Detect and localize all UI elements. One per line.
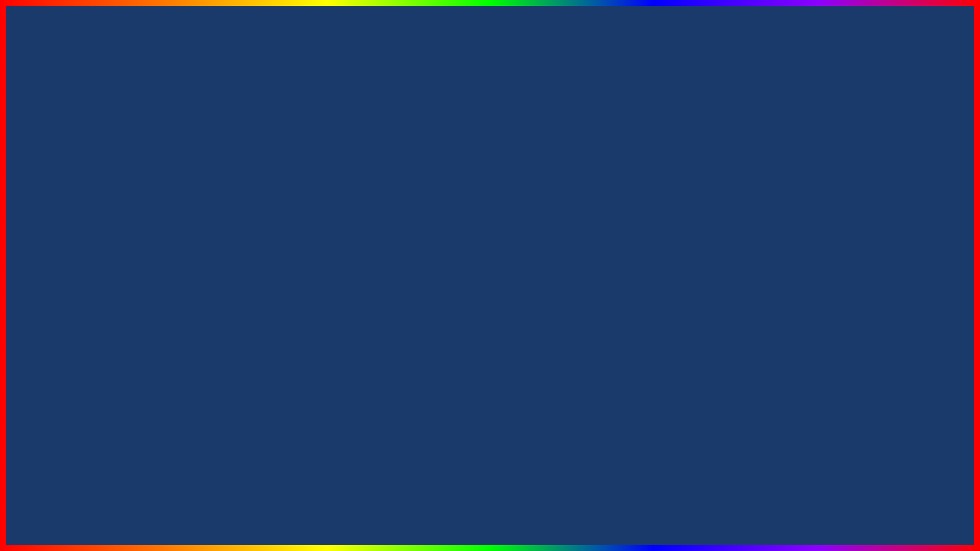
sidebar-right-teleport[interactable]: Teleport	[583, 304, 675, 325]
sidebar-item-auto-farm-setting[interactable]: Auto Farm Setting	[55, 390, 146, 411]
redeem-all-code-button[interactable]: Redeem All Code	[684, 296, 916, 321]
select-weapon-right[interactable]: Select Weapon : Death Step ▼	[684, 376, 916, 399]
character	[459, 153, 521, 291]
panel-left-mobile: MOBILE	[339, 215, 387, 227]
select-weapon-right-label: Select Weapon : Death Step	[693, 382, 808, 393]
auto-farm-level-row[interactable]: ✓ Auto Farm Level	[684, 264, 916, 290]
title-area: BLOX FRUITS	[0, 8, 980, 92]
health-slider-fill	[165, 350, 229, 354]
auto-farm-level-toggle[interactable]	[877, 269, 907, 285]
sidebar-right-dungeon[interactable]: Dungeon	[583, 325, 675, 347]
gun-mastery-row[interactable]: ✓ Auto Farm Gun Mastery	[156, 296, 387, 322]
sidebar-item-teleport[interactable]: Teleport	[55, 304, 146, 325]
devil-fruit-mastery-toggle[interactable]	[348, 269, 379, 285]
bf-logo-bg: 💀 BLOX FRUITS	[827, 444, 965, 543]
bottom-auto-farm: AUTO FARM	[172, 473, 499, 536]
panel-right-sidebar: General Other Farm Combat Teleport Dunge…	[583, 233, 675, 437]
white-screen-label: White Screen	[714, 334, 871, 345]
brand-icon-right: ✓	[593, 213, 608, 228]
bottom-script: SCRIPT	[514, 486, 632, 523]
brand-meta-left: META	[84, 215, 115, 227]
section-title-left: Auto Farm Mastery	[156, 241, 387, 256]
brand-ware-right: WARE	[648, 215, 681, 227]
health-label: Health	[165, 334, 191, 345]
bf-logo-blox: BLOX	[874, 497, 918, 513]
sidebar-item-dungeon[interactable]: Dungeon	[55, 325, 146, 347]
sidebar-right-auto-farm-setting[interactable]: Auto Farm Setting	[583, 390, 675, 411]
section-title-right: Auto Farm	[684, 241, 916, 256]
weapon-section-title: Weapon Select	[684, 359, 916, 370]
brand-ware-left: WARE	[119, 215, 152, 227]
health-slider-track[interactable]	[165, 350, 379, 354]
panel-left-body: General Other Farm Combat Teleport Dunge…	[55, 233, 397, 426]
health-value: 15	[359, 334, 379, 346]
char-head	[475, 153, 505, 184]
select-weapon-left[interactable]: Select Weapon : Death Step ▼	[156, 365, 387, 388]
gun-mastery-toggle[interactable]	[348, 302, 379, 317]
sidebar-right-general[interactable]: General	[583, 240, 675, 261]
panel-right-header: ✓ META WARE MOBILE	[583, 208, 925, 233]
sidebar-item-other-farm[interactable]: Other Farm	[55, 261, 146, 282]
sidebar-right-visual[interactable]: Visual	[583, 347, 675, 368]
auto-farm-level-check: ✓	[693, 269, 708, 285]
select-weapon-left-label: Select Weapon : Death Step	[165, 371, 280, 382]
sidebar-right-combat[interactable]: Combat	[583, 282, 675, 304]
sidebar-item-visual[interactable]: Visual	[55, 347, 146, 368]
sidebar-item-item[interactable]: Item	[55, 368, 146, 390]
devil-fruit-check: ✓	[165, 269, 180, 285]
sidebar-right-other-farm[interactable]: Other Farm	[583, 261, 675, 282]
sidebar-right-item[interactable]: Item	[583, 368, 675, 390]
panel-left-content: Auto Farm Mastery ✓ Auto Farm Devil Frui…	[147, 233, 397, 426]
bf-logo: 💀 BLOX FRUITS	[827, 444, 965, 543]
panel-left-sidebar: General Other Farm Combat Teleport Dunge…	[55, 233, 147, 426]
panel-right-body: General Other Farm Combat Teleport Dunge…	[583, 233, 925, 437]
panel-right-content: Auto Farm ✓ Auto Farm Level Redeem All C…	[675, 233, 925, 437]
devil-fruit-mastery-row[interactable]: ✓ Auto Farm Devil Fruit Mastery	[156, 264, 387, 290]
panel-right-mobile: MOBILE	[867, 215, 916, 227]
panel-left-brand: ✓ META WARE	[64, 213, 152, 228]
white-screen-toggle[interactable]	[877, 332, 907, 347]
white-screen-row[interactable]: ✓ White Screen	[684, 327, 916, 353]
panel-right: ✓ META WARE MOBILE General Other Farm Co…	[582, 207, 926, 446]
panel-left-header: ✓ META WARE MOBILE	[55, 208, 397, 233]
panel-left: ✓ META WARE MOBILE General Other Farm Co…	[54, 207, 398, 435]
white-screen-check: ✓	[693, 332, 708, 347]
brand-icon-left: ✓	[64, 213, 80, 228]
panel-right-brand: ✓ META WARE	[593, 213, 681, 228]
bf-logo-fruits: FRUITS	[861, 513, 930, 533]
sidebar-item-combat[interactable]: Combat	[55, 282, 146, 304]
refresh-weapon-left-button[interactable]: Refresh Weapon	[156, 394, 387, 419]
gun-mastery-check: ✓	[165, 302, 180, 317]
char-body	[471, 184, 509, 245]
devil-fruit-mastery-label: Auto Farm Devil Fruit Mastery	[186, 272, 342, 282]
select-arrow-left: ▼	[371, 373, 379, 381]
health-top: Health 15	[165, 334, 379, 346]
gun-mastery-label: Auto Farm Gun Mastery	[186, 304, 342, 315]
health-slider-thumb[interactable]	[224, 347, 234, 357]
refresh-weapon-right-button[interactable]: Refresh Weapon	[684, 405, 916, 429]
health-row: Health 15	[156, 328, 387, 359]
main-title: BLOX FRUITS	[0, 8, 980, 92]
auto-farm-level-label: Auto Farm Level	[714, 272, 871, 282]
bf-skull-icon: 💀	[877, 455, 915, 494]
select-arrow-right: ▼	[900, 383, 907, 392]
bottom-pastebin: PASTEBIN	[648, 486, 808, 523]
brand-meta-right: META	[612, 215, 643, 227]
sidebar-item-general[interactable]: General	[55, 240, 146, 261]
